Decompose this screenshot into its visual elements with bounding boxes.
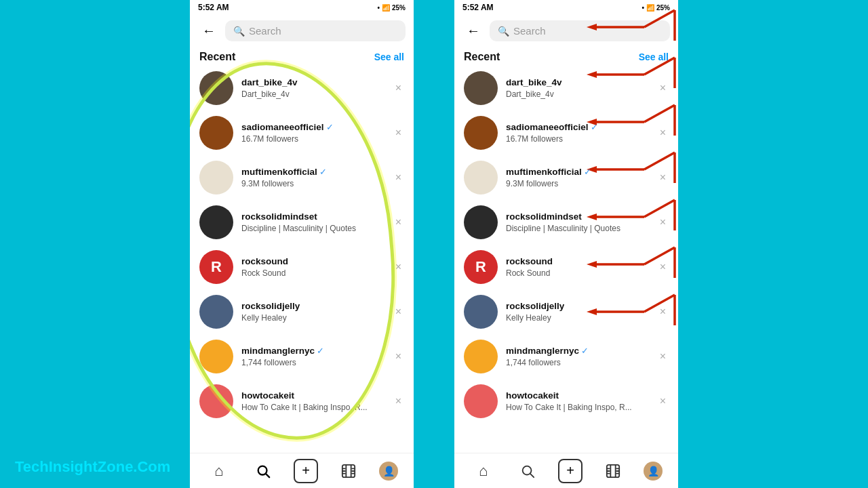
search-input-left[interactable]: 🔍 Search — [225, 20, 406, 41]
user-bio: 9.3M followers — [241, 179, 294, 188]
nav-profile-left[interactable]: 👤 — [379, 462, 398, 481]
username: rocksolidjelly — [506, 301, 564, 311]
avatar — [199, 71, 233, 105]
list-item[interactable]: muftimenkofficial ✓9.3M followers× — [454, 155, 678, 200]
user-info: rocksolidjellyKelly Healey — [506, 301, 649, 323]
remove-recent-button[interactable]: × — [657, 392, 669, 410]
status-bar-left: 5:52 AM • 📶 25% — [190, 0, 414, 15]
username: rocksolidmindset — [241, 211, 317, 222]
verified-badge: ✓ — [584, 167, 591, 177]
avatar: R — [199, 250, 233, 284]
username: muftimenkofficial — [506, 167, 582, 177]
avatar — [464, 384, 498, 418]
user-info: dart_bike_4vDart_bike_4v — [241, 77, 384, 100]
right-phone-panel: 5:52 AM • 📶 25% ← 🔍 Search Recent See al… — [454, 0, 678, 488]
list-item[interactable]: rocksolidjellyKelly Healey× — [190, 289, 414, 334]
username: rocksolidmindset — [506, 211, 582, 222]
avatar — [199, 116, 233, 150]
nav-search-left[interactable] — [250, 458, 277, 485]
username: rocksound — [506, 256, 553, 266]
nav-profile-right[interactable]: 👤 — [644, 462, 663, 481]
avatar — [464, 205, 498, 239]
remove-recent-button[interactable]: × — [393, 214, 404, 231]
remove-recent-button[interactable]: × — [657, 348, 669, 365]
user-info: howtocakeitHow To Cake It | Baking Inspo… — [241, 390, 384, 413]
remove-recent-button[interactable]: × — [657, 258, 669, 276]
remove-recent-button[interactable]: × — [393, 392, 404, 410]
list-item[interactable]: howtocakeitHow To Cake It | Baking Inspo… — [190, 379, 414, 424]
user-bio: How To Cake It | Baking Inspo, R... — [241, 403, 368, 412]
verified-badge: ✓ — [319, 167, 327, 177]
user-bio: Kelly Healey — [506, 313, 551, 323]
remove-recent-button[interactable]: × — [393, 169, 404, 186]
nav-add-right[interactable]: + — [558, 459, 583, 483]
nav-home-left[interactable]: ⌂ — [205, 458, 233, 485]
avatar — [199, 205, 233, 239]
avatar — [199, 295, 233, 329]
panel-gap — [414, 0, 454, 488]
user-info: rocksolidmindsetDiscipline | Masculinity… — [241, 211, 384, 234]
user-list-left: dart_bike_4vDart_bike_4v×sadiomaneeoffic… — [190, 66, 414, 440]
nav-reels-right[interactable] — [599, 458, 627, 485]
list-item[interactable]: RrocksoundRock Sound× — [190, 245, 414, 289]
username: howtocakeit — [506, 390, 559, 401]
list-item[interactable]: rocksolidmindsetDiscipline | Masculinity… — [454, 200, 678, 245]
list-item[interactable]: rocksolidjellyKelly Healey× — [454, 289, 678, 334]
remove-recent-button[interactable]: × — [393, 303, 404, 321]
user-info: howtocakeitHow To Cake It | Baking Inspo… — [506, 390, 649, 413]
remove-recent-button[interactable]: × — [657, 169, 669, 186]
back-button-left[interactable]: ← — [198, 22, 220, 40]
remove-recent-button[interactable]: × — [393, 124, 404, 142]
svg-line-5 — [644, 10, 675, 27]
user-bio: 16.7M followers — [506, 134, 563, 144]
remove-recent-button[interactable]: × — [393, 348, 404, 365]
see-all-left[interactable]: See all — [374, 52, 404, 62]
svg-line-32 — [530, 474, 534, 477]
recent-header-left: Recent See all — [190, 47, 414, 66]
remove-recent-button[interactable]: × — [657, 214, 669, 231]
nav-add-left[interactable]: + — [294, 459, 318, 483]
search-placeholder-left: Search — [249, 25, 281, 37]
remove-recent-button[interactable]: × — [657, 124, 669, 142]
user-bio: Discipline | Masculinity | Quotes — [506, 224, 620, 233]
username: rocksolidjelly — [241, 301, 300, 311]
recent-title-right: Recent — [464, 51, 500, 63]
search-icon-left: 🔍 — [233, 26, 245, 37]
verified-badge: ✓ — [591, 122, 598, 132]
avatar — [464, 295, 498, 329]
user-info: rocksoundRock Sound — [241, 256, 384, 279]
remove-recent-button[interactable]: × — [393, 258, 404, 276]
nav-home-right[interactable]: ⌂ — [470, 458, 497, 485]
bottom-nav-right: ⌂ + 👤 — [454, 453, 678, 488]
list-item[interactable]: sadiomaneeofficiel ✓16.7M followers× — [190, 110, 414, 155]
remove-recent-button[interactable]: × — [657, 303, 669, 321]
back-button-right[interactable]: ← — [462, 22, 484, 40]
list-item[interactable]: muftimenkofficial ✓9.3M followers× — [190, 155, 414, 200]
user-info: rocksolidmindsetDiscipline | Masculinity… — [506, 211, 649, 234]
verified-badge: ✓ — [581, 346, 589, 356]
remove-recent-button[interactable]: × — [393, 79, 404, 97]
username: dart_bike_4v — [506, 77, 562, 87]
user-bio: Dart_bike_4v — [241, 89, 290, 99]
list-item[interactable]: sadiomaneeofficiel ✓16.7M followers× — [454, 110, 678, 155]
user-info: muftimenkofficial ✓9.3M followers — [241, 167, 384, 189]
nav-search-right[interactable] — [514, 458, 541, 485]
svg-line-1 — [266, 474, 269, 477]
avatar — [199, 384, 233, 418]
user-info: mindmanglernyc ✓1,744 followers — [506, 346, 649, 368]
list-item[interactable]: dart_bike_4vDart_bike_4v× — [190, 66, 414, 110]
user-list-right: dart_bike_4vDart_bike_4v×sadiomaneeoffic… — [454, 66, 678, 440]
remove-recent-button[interactable]: × — [657, 79, 669, 97]
username: mindmanglernyc — [506, 346, 579, 356]
user-info: mindmanglernyc ✓1,744 followers — [241, 346, 384, 368]
svg-marker-4 — [587, 24, 597, 30]
nav-reels-left[interactable] — [335, 458, 362, 485]
list-item[interactable]: howtocakeitHow To Cake It | Baking Inspo… — [454, 379, 678, 424]
verified-badge: ✓ — [326, 122, 334, 132]
list-item[interactable]: RrocksoundRock Sound× — [454, 245, 678, 289]
list-item[interactable]: rocksolidmindsetDiscipline | Masculinity… — [190, 200, 414, 245]
avatar — [464, 71, 498, 105]
list-item[interactable]: mindmanglernyc ✓1,744 followers× — [454, 334, 678, 379]
list-item[interactable]: dart_bike_4vDart_bike_4v× — [454, 66, 678, 110]
list-item[interactable]: mindmanglernyc ✓1,744 followers× — [190, 334, 414, 379]
